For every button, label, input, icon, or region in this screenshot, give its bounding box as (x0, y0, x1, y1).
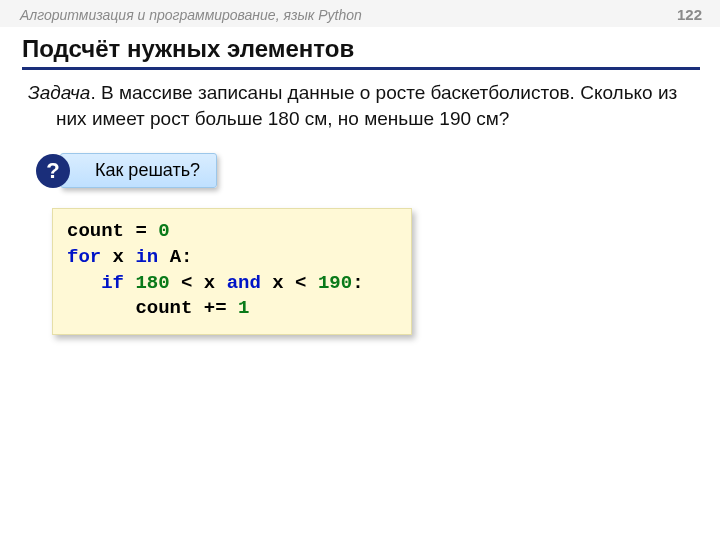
code-block: count = 0 for x in A: if 180 < x and x <… (52, 208, 412, 335)
question-icon: ? (36, 154, 70, 188)
task-body: . В массиве записаны данные о росте баск… (56, 82, 677, 129)
slide-heading: Подсчёт нужных элементов (22, 35, 700, 70)
task-text: Задача. В массиве записаны данные о рост… (28, 80, 680, 131)
task-label: Задача (28, 82, 90, 103)
course-title: Алгоритмизация и программирование, язык … (20, 7, 362, 23)
hint-text: Как решать? (60, 153, 217, 188)
slide-header: Алгоритмизация и программирование, язык … (0, 0, 720, 27)
page-number: 122 (677, 6, 702, 23)
hint-callout: ? Как решать? (52, 153, 217, 188)
